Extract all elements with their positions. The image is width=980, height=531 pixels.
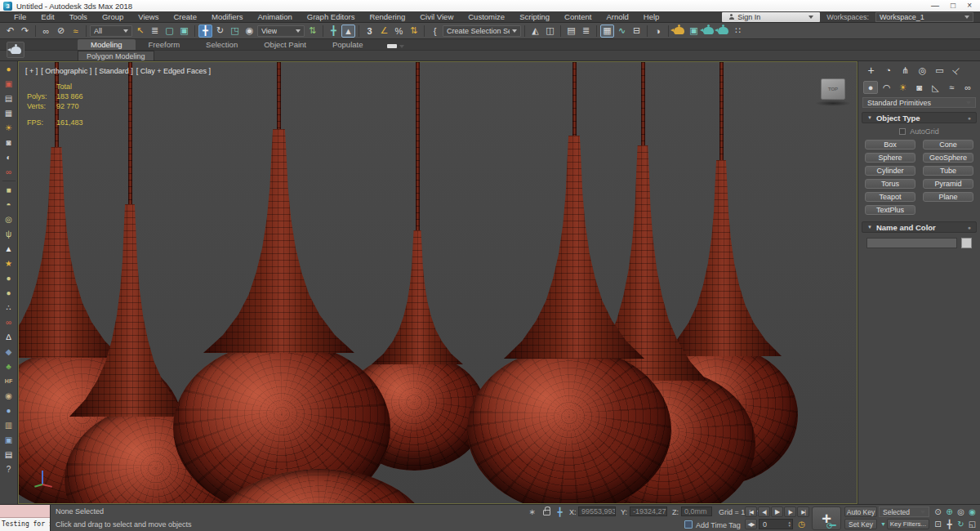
viewport-style-menu[interactable]: [ Standard ] xyxy=(95,67,133,75)
ribbon-tab-selection[interactable]: Selection xyxy=(193,39,251,50)
menu-scripting[interactable]: Scripting xyxy=(512,11,557,22)
box-button[interactable]: Box xyxy=(865,140,915,149)
maxscript-mini-listener[interactable]: Testing for i xyxy=(0,505,51,531)
y-coordinate-field[interactable]: -19324,27 xyxy=(630,506,667,516)
blue-sphere-icon[interactable]: ● xyxy=(2,404,16,417)
macro-recorder-field[interactable] xyxy=(0,505,50,518)
foliage-icon[interactable]: ♣ xyxy=(2,360,16,373)
geometry-category-icon[interactable]: ● xyxy=(863,81,878,94)
ribbon-toggle-icon[interactable]: ▦ xyxy=(600,25,614,38)
previous-frame-button[interactable]: ◀| xyxy=(758,506,770,517)
box-primitive-icon[interactable]: ■ xyxy=(2,184,16,196)
teapot-icon[interactable]: ● xyxy=(2,63,16,75)
selection-box-icon[interactable]: ▣ xyxy=(2,434,16,446)
menu-graph-editors[interactable]: Graph Editors xyxy=(300,11,363,22)
hf-hand-icon[interactable]: HF xyxy=(2,375,16,387)
utilities-tab-icon[interactable]: ⊢ xyxy=(947,60,967,81)
unlink-icon[interactable]: ⊘ xyxy=(54,25,68,38)
frame-spinner[interactable]: ▲▼ xyxy=(788,521,792,528)
ribbon-tab-modeling[interactable]: Modeling xyxy=(78,39,136,50)
go-to-start-button[interactable]: |◀ xyxy=(745,506,757,517)
viewport-shading-menu[interactable]: [ Clay + Edged Faces ] xyxy=(136,67,211,75)
spreadsheet-icon[interactable]: ▦ xyxy=(2,107,16,119)
zoom-region-icon[interactable]: ⊡ xyxy=(933,519,943,529)
plane-button[interactable]: Plane xyxy=(923,192,973,202)
render-in-cloud-icon[interactable] xyxy=(716,25,730,38)
cone-icon[interactable]: ▲ xyxy=(2,243,16,255)
menu-civil-view[interactable]: Civil View xyxy=(412,11,461,22)
minimize-button[interactable]: — xyxy=(931,1,939,11)
motion-tab-icon[interactable]: ◎ xyxy=(915,64,930,77)
bind-spacewarp-icon[interactable]: ≈ xyxy=(69,25,82,38)
help-icon[interactable]: ? xyxy=(2,463,16,475)
select-and-manipulate-icon[interactable]: ╋ xyxy=(327,25,341,38)
stereo-glasses-icon[interactable]: ∞ xyxy=(2,166,16,178)
selection-filter-dropdown[interactable]: All xyxy=(90,25,132,37)
next-frame-button[interactable]: |▶ xyxy=(784,506,796,517)
scene-explorer-icon[interactable]: ▤ xyxy=(564,25,578,38)
select-and-scale-icon[interactable]: ◳ xyxy=(228,25,242,38)
claw-icon[interactable]: ψ xyxy=(2,228,16,240)
menu-edit[interactable]: Edit xyxy=(33,11,61,22)
viewport[interactable]: [ + ] [ Orthographic ] [ Standard ] [ Cl… xyxy=(18,61,858,504)
select-and-place-icon[interactable]: ◉ xyxy=(243,25,256,38)
sphere-olive-icon[interactable]: ● xyxy=(2,287,16,299)
polygon-modeling-panel-tab[interactable]: Polygon Modeling xyxy=(78,51,154,60)
menu-arnold[interactable]: Arnold xyxy=(599,11,635,22)
render-gallery-icon[interactable]: ∷ xyxy=(731,25,745,38)
transform-gizmo-icon[interactable]: ╋ xyxy=(554,506,566,517)
star-icon[interactable]: ★ xyxy=(2,257,16,270)
menu-create[interactable]: Create xyxy=(166,11,204,22)
viewport-general-menu[interactable]: [ + ] xyxy=(25,67,38,75)
document-icon[interactable]: ▤ xyxy=(2,448,16,461)
rock-icon[interactable]: ◆ xyxy=(2,346,16,358)
rendered-frame-icon[interactable]: ▣ xyxy=(2,78,16,90)
molecule-icon[interactable]: ∞ xyxy=(2,316,16,328)
ribbon-tab-populate[interactable]: Populate xyxy=(319,39,376,50)
select-and-move-icon[interactable]: ╋ xyxy=(198,25,212,38)
spacewarps-category-icon[interactable]: ≈ xyxy=(944,81,959,94)
scene-explorer-icon[interactable]: ▤ xyxy=(2,92,16,105)
cameras-category-icon[interactable]: ◙ xyxy=(912,81,927,94)
textplus-button[interactable]: TextPlus xyxy=(865,205,915,215)
teapot-button[interactable]: Teapot xyxy=(865,192,915,202)
dome-icon[interactable]: ◓ xyxy=(2,199,16,211)
select-object-icon[interactable]: ↖ xyxy=(133,25,147,38)
tube-button[interactable]: Tube xyxy=(923,166,973,176)
cylinder-button[interactable]: Cylinder xyxy=(865,166,915,176)
primitive-category-dropdown[interactable]: Standard Primitives xyxy=(862,97,976,108)
camera-icon[interactable]: ◙ xyxy=(2,136,16,149)
isolate-selection-icon[interactable]: ∗ xyxy=(526,506,538,517)
z-coordinate-field[interactable]: 0,0mm xyxy=(681,506,712,516)
menu-animation[interactable]: Animation xyxy=(251,11,300,22)
selection-lock-icon[interactable] xyxy=(543,510,550,515)
material-sphere-icon[interactable]: ◐ xyxy=(2,151,16,163)
torus-button[interactable]: Torus xyxy=(865,179,915,189)
display-tab-icon[interactable]: ▭ xyxy=(932,64,947,77)
hierarchy-tab-icon[interactable]: ⋔ xyxy=(898,64,913,77)
selection-set-dropdown[interactable]: Create Selection Se xyxy=(443,25,521,37)
menu-tools[interactable]: Tools xyxy=(62,11,95,22)
create-tab-icon[interactable]: + xyxy=(863,64,879,77)
set-keys-button[interactable]: + xyxy=(812,506,841,530)
name-and-color-rollout[interactable]: ▼ Name and Color ● xyxy=(862,221,977,233)
pendant-lamp-8[interactable] xyxy=(19,62,857,503)
pyramid-button[interactable]: Pyramid xyxy=(923,179,973,189)
snaps-toggle-icon[interactable]: 3 xyxy=(363,25,376,38)
spinner-snap-icon[interactable]: ⇅ xyxy=(407,25,421,38)
zoom-extents-all-icon[interactable]: ◉ xyxy=(967,506,978,517)
zoom-extents-icon[interactable]: ◎ xyxy=(956,506,966,517)
angle-snap-icon[interactable]: ∠ xyxy=(377,25,391,38)
mirror-icon[interactable]: ◭ xyxy=(528,25,542,38)
torus-icon[interactable]: ◎ xyxy=(2,213,16,225)
container-icon[interactable]: ▥ xyxy=(2,419,16,431)
lamp-bulb[interactable] xyxy=(207,469,432,504)
current-frame-field[interactable]: 0 ▲▼ xyxy=(759,519,793,529)
use-pivot-center-icon[interactable]: ⇅ xyxy=(305,25,319,38)
close-button[interactable]: × xyxy=(967,1,972,11)
sphere-icon[interactable]: ● xyxy=(2,272,16,284)
undo-icon[interactable]: ↶ xyxy=(3,25,17,38)
render-setup-icon[interactable] xyxy=(672,25,686,38)
pan-icon[interactable]: ╋ xyxy=(944,519,955,529)
key-filters-button[interactable]: Key Filters... xyxy=(887,519,929,529)
